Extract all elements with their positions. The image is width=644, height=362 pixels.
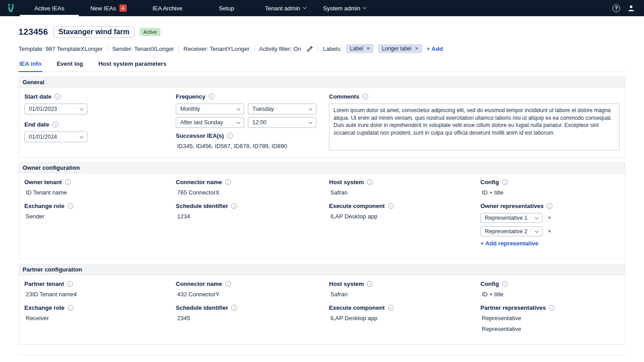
info-icon[interactable]: i xyxy=(65,179,71,185)
iea-title-field[interactable]: Stavanger wind farm xyxy=(54,26,134,38)
info-icon[interactable]: i xyxy=(367,179,373,185)
frequency-row-1: Monthly Tuesday xyxy=(176,104,329,114)
nav-item-system-admin[interactable]: System admin xyxy=(315,0,374,16)
partner-col-1: Partner tenant i 23ID Tenant name4 Excha… xyxy=(24,281,176,339)
comments-label: Comments xyxy=(329,93,359,100)
info-icon[interactable]: i xyxy=(225,179,231,185)
owner-col-1: Owner tenant i ID Tenant name Exchange r… xyxy=(24,179,176,253)
info-icon[interactable]: i xyxy=(547,203,553,209)
app-logo-icon[interactable] xyxy=(7,3,15,13)
schedule-identifier-value: 2345 xyxy=(176,315,329,321)
nav-item-active-ieas[interactable]: Active IEAs xyxy=(20,0,79,16)
info-icon[interactable]: i xyxy=(225,281,231,287)
chevron-down-icon xyxy=(237,106,240,110)
label-chip-text: Label xyxy=(350,45,363,52)
info-icon[interactable]: i xyxy=(388,203,394,209)
nav-item-setup[interactable]: Setup xyxy=(197,0,256,16)
owner-representative-value-1: Representative 1 xyxy=(485,215,528,221)
partner-tenant-label: Partner tenant xyxy=(24,281,64,287)
label-chip-text: Longer label xyxy=(382,45,411,52)
remove-representative-icon[interactable]: ✕ xyxy=(548,229,551,234)
meta-template: Template: 987 TemplateXLonger xyxy=(18,45,103,52)
remove-label-icon[interactable]: ✕ xyxy=(366,46,370,51)
remove-label-icon[interactable]: ✕ xyxy=(415,46,418,51)
tab-host-system-parameters[interactable]: Host system parameters xyxy=(97,60,167,72)
partner-representatives-label: Partner representatives xyxy=(480,304,546,311)
start-date-value: 01/01/2023 xyxy=(29,106,57,112)
exchange-role-label: Exchange role xyxy=(24,304,64,311)
owner-representative-select-2[interactable]: Representative 2 xyxy=(480,226,543,236)
section-partner-configuration: Partner configuration Partner tenant i 2… xyxy=(18,264,626,345)
info-icon[interactable]: i xyxy=(227,133,233,139)
field-owner-connector-name: Connector name i 765 ConnectorX xyxy=(176,179,329,196)
remove-representative-icon[interactable]: ✕ xyxy=(548,216,551,220)
owner-representative-value-2: Representative 2 xyxy=(485,228,528,235)
config-label: Config xyxy=(480,179,499,186)
field-owner-execute-component: Execute component i ILAP Desktop app xyxy=(329,203,480,220)
info-icon[interactable]: i xyxy=(231,203,237,209)
info-icon[interactable]: i xyxy=(502,281,508,287)
owner-tenant-label: Owner tenant xyxy=(24,179,62,186)
section-general: General Start date i 01/01/2023 End date xyxy=(18,77,626,158)
start-date-select[interactable]: 01/01/2023 xyxy=(24,104,87,114)
chevron-down-icon xyxy=(237,120,240,123)
info-icon[interactable]: i xyxy=(55,94,60,100)
info-icon[interactable]: i xyxy=(362,94,368,100)
label-chip: Label ✕ xyxy=(346,44,374,53)
nav-item-iea-archive[interactable]: IEA Archive xyxy=(138,0,197,16)
info-icon[interactable]: i xyxy=(209,94,215,100)
frequency-row-2: After last Sunday 12:00 xyxy=(176,117,329,128)
info-icon[interactable]: i xyxy=(68,203,73,209)
chevron-down-icon xyxy=(309,120,312,123)
info-icon[interactable]: i xyxy=(52,122,58,127)
add-representative-button[interactable]: + Add representative xyxy=(480,240,620,247)
end-date-label: End date xyxy=(24,121,49,128)
tab-iea-info[interactable]: IEA info xyxy=(18,60,42,72)
frequency-interval-select[interactable]: Monthly xyxy=(176,104,244,114)
frequency-time-value: 12:00 xyxy=(252,119,266,126)
info-icon[interactable]: i xyxy=(231,305,237,311)
help-icon[interactable]: ? xyxy=(612,5,620,12)
tab-event-log[interactable]: Event log xyxy=(56,60,84,72)
meta-activity-filter: Activity filter: On xyxy=(259,45,301,52)
edit-pencil-icon[interactable] xyxy=(306,45,313,52)
nav-item-label: New IEAs xyxy=(90,5,116,12)
section-general-body: Start date i 01/01/2023 End date i 01/01… xyxy=(19,88,625,157)
nav-item-new-ieas[interactable]: New IEAs 4 xyxy=(79,0,138,16)
execute-component-value: ILAP Desktop app xyxy=(329,213,480,220)
frequency-time-select[interactable]: 12:00 xyxy=(248,117,316,128)
add-label-button[interactable]: + Add xyxy=(427,45,443,52)
nav-item-tenant-admin[interactable]: Tenant admin xyxy=(256,0,315,16)
owner-representative-select-1[interactable]: Representative 1 xyxy=(480,213,543,223)
schedule-identifier-value: 1234 xyxy=(176,213,329,220)
partner-tenant-value: 23ID Tenant name4 xyxy=(24,291,176,298)
field-start-date: Start date i 01/01/2023 xyxy=(24,93,176,114)
schedule-identifier-label: Schedule identifier xyxy=(176,304,228,311)
iea-id: 123456 xyxy=(18,27,48,37)
end-date-select[interactable]: 01/01/2024 xyxy=(24,131,87,142)
info-icon[interactable]: i xyxy=(502,179,508,185)
section-partner-body: Partner tenant i 23ID Tenant name4 Excha… xyxy=(19,275,625,344)
user-profile-icon[interactable] xyxy=(627,5,635,12)
frequency-occurrence-select[interactable]: After last Sunday xyxy=(176,117,244,128)
frequency-label: Frequency xyxy=(176,93,206,100)
tab-bar: IEA info Event log Host system parameter… xyxy=(18,60,626,72)
new-ieas-count-badge: 4 xyxy=(119,5,127,12)
successor-label: Successor IEA(s) xyxy=(176,132,224,139)
info-icon[interactable]: i xyxy=(367,281,373,287)
owner-col-2: Connector name i 765 ConnectorX Schedule… xyxy=(176,179,329,253)
field-partner-schedule-identifier: Schedule identifier i 2345 xyxy=(176,304,329,321)
label-chip: Longer label ✕ xyxy=(378,44,422,53)
info-icon[interactable]: i xyxy=(388,305,394,311)
nav-item-label: System admin xyxy=(323,5,360,12)
chevron-down-icon xyxy=(80,106,83,110)
info-icon[interactable]: i xyxy=(67,281,73,287)
footer-actions: Cancel Save changes xyxy=(18,355,626,362)
comments-textarea[interactable]: Lorem ipsum dolor sit amet, consectetur … xyxy=(329,104,620,150)
info-icon[interactable]: i xyxy=(549,305,555,311)
nav-item-label: IEA Archive xyxy=(152,5,182,12)
info-icon[interactable]: i xyxy=(68,305,73,311)
frequency-weekday-select[interactable]: Tuesday xyxy=(248,104,316,114)
nav-items: Active IEAs New IEAs 4 IEA Archive Setup… xyxy=(20,0,374,16)
meta-sender: Sender: TenantXLonger xyxy=(112,45,174,52)
